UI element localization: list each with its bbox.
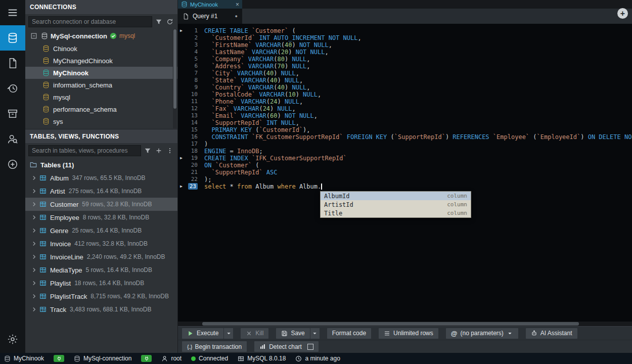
scrollbar-thumb[interactable] [173,29,176,109]
autocomplete-item-Title[interactable]: Titlecolumn [321,209,471,217]
autocomplete-item-AlbumId[interactable]: AlbumIdcolumn [321,192,471,200]
table-info: 5 rows, 16.4 KB, InnoDB [86,266,152,274]
connections-search-input[interactable] [28,16,152,27]
sidebar-database-MyChangedChinook[interactable]: MyChangedChinook [25,55,177,67]
refresh-icon[interactable] [165,17,174,27]
format-code-button[interactable]: Format code [327,328,371,339]
sidebar-table-InvoiceLine[interactable]: InvoiceLine2,240 rows, 49.2 KB, InnoDB [25,250,177,263]
begin-transaction-button[interactable]: {..} Begin transaction [182,341,247,352]
filter-icon[interactable] [154,17,163,27]
chevron-right-icon[interactable] [30,266,38,274]
sidebar-table-Invoice[interactable]: Invoice412 rows, 32.8 KB, InnoDB [25,237,177,250]
code-line-14: 14 `SupportRepId` INT NULL, [178,119,632,126]
code-text: `SupportRepId` ASC [202,169,278,176]
sidebar-table-Playlist[interactable]: Playlist18 rows, 16.4 KB, InnoDB [25,277,177,290]
detect-chart-checkbox[interactable] [307,344,313,350]
sql-editor[interactable]: ▶1CREATE TABLE `Customer` (2 `CustomerId… [178,24,632,322]
chevron-right-icon[interactable] [30,240,38,247]
collapse-icon[interactable] [29,31,38,41]
sidebar-table-Album[interactable]: Album347 rows, 65.5 KB, InnoDB [25,171,177,185]
sidebar-table-Artist[interactable]: Artist275 rows, 16.4 KB, InnoDB [25,185,177,198]
save-options-button[interactable] [310,328,320,339]
chevron-right-icon[interactable] [30,214,38,221]
sidebar-database-mysql[interactable]: mysql [25,91,177,103]
database-icon [4,355,11,362]
statement-marker[interactable]: ▶ [178,155,186,162]
scrollbar-thumb[interactable] [202,322,579,326]
parameters-button[interactable]: @ (no parameters) [446,328,518,339]
statusbar-connection[interactable]: MySql-connection [74,355,131,362]
add-tab-button[interactable]: + [617,8,628,19]
sidebar-database-MyChinook[interactable]: MyChinook [25,67,177,79]
close-icon [246,330,252,337]
chevron-right-icon[interactable] [30,174,38,181]
sidebar-database-performance_schema[interactable]: performance_schema [25,103,177,115]
chevron-down-icon [311,330,318,337]
kebab-menu-icon[interactable] [165,146,174,156]
rail-history-button[interactable] [0,76,25,101]
suggestion-label: AlbumId [324,193,350,200]
add-icon[interactable] [154,146,163,156]
chevron-right-icon[interactable] [30,280,38,287]
filter-icon[interactable] [143,146,152,156]
connection-item-mysql-connection[interactable]: MySql-connection mysql [25,29,177,42]
sidebar-table-MediaType[interactable]: MediaType5 rows, 16.4 KB, InnoDB [25,263,177,277]
sidebar-table-Genre[interactable]: Genre25 rows, 16.4 KB, InnoDB [25,224,177,237]
file-icon [183,13,189,20]
code-text: `Address` VARCHAR(70) NULL, [202,63,310,70]
tab-query-1[interactable]: Query #1 ● [178,9,242,24]
sidebar-database-information_schema[interactable]: information_schema [25,79,177,91]
app-window: CONNECTIONS MySql-connection mysql Chino… [0,0,632,364]
tab-close-icon[interactable]: × [236,1,239,8]
sidebar-database-Chinook[interactable]: Chinook [25,42,177,55]
ai-assistant-button[interactable]: AI Assistant [526,328,577,339]
chevron-right-icon[interactable] [30,293,38,300]
rail-add-connection-button[interactable] [0,152,25,177]
editor-hscrollbar[interactable] [178,322,632,326]
line-number: 23 [186,183,202,190]
tables-search-input[interactable] [28,145,141,156]
detect-chart-button[interactable]: Detect chart [254,341,319,352]
code-line-10: 10 `PostalCode` VARCHAR(10) NULL, [178,91,632,98]
line-number: 8 [186,77,202,84]
rail-files-button[interactable] [0,51,25,76]
save-button[interactable]: Save [276,328,309,339]
database-icon [42,94,50,101]
table-name: Album [50,174,69,182]
code-line-23: ▶23select * from Album where Album. [178,183,632,190]
connections-scrollbar[interactable] [173,29,177,128]
statusbar-connection-label: MySql-connection [83,355,131,362]
statement-marker[interactable]: ▶ [178,183,186,190]
transaction-toolbar: {..} Begin transaction Detect chart [178,340,632,353]
chevron-right-icon[interactable] [30,201,38,208]
row-limit-button[interactable]: Unlimited rows [379,328,438,339]
tab-label: MyChinook [190,2,218,8]
rail-archive-button[interactable] [0,101,25,126]
tab-mychinook[interactable]: MyChinook × [178,0,242,9]
chevron-right-icon[interactable] [30,253,38,260]
chevron-right-icon[interactable] [30,227,38,234]
rail-user-search-button[interactable] [0,126,25,152]
statusbar-refresh-time[interactable]: a minute ago [295,355,340,362]
chevron-right-icon[interactable] [30,306,38,313]
execute-label: Execute [197,330,218,337]
sidebar-table-Employee[interactable]: Employee8 rows, 32.8 KB, InnoDB [25,211,177,224]
sidebar-database-sys[interactable]: sys [25,115,177,127]
statusbar-database[interactable]: MyChinook [4,355,44,362]
sidebar-table-PlaylistTrack[interactable]: PlaylistTrack8,715 rows, 49.2 KB, InnoDB [25,290,177,303]
table-icon [39,306,47,313]
statement-marker[interactable]: ▶ [178,27,186,34]
databases-icon [7,32,18,43]
execute-button[interactable]: Execute [182,328,223,339]
kill-button[interactable]: Kill [241,328,268,339]
sidebar-table-Track[interactable]: Track3,483 rows, 688.1 KB, InnoDB [25,303,177,316]
statusbar-server: MySQL 8.0.18 [238,355,286,362]
autocomplete-item-ArtistId[interactable]: ArtistIdcolumn [321,200,471,209]
execute-options-button[interactable] [223,328,233,339]
sidebar-table-Customer[interactable]: Customer59 rows, 32.8 KB, InnoDB [25,198,177,211]
chevron-right-icon[interactable] [30,188,38,195]
rail-menu-button[interactable] [0,0,25,25]
rail-databases-button[interactable] [0,25,25,51]
tables-group[interactable]: Tables (11) [25,158,177,171]
rail-settings-button[interactable] [0,327,25,352]
